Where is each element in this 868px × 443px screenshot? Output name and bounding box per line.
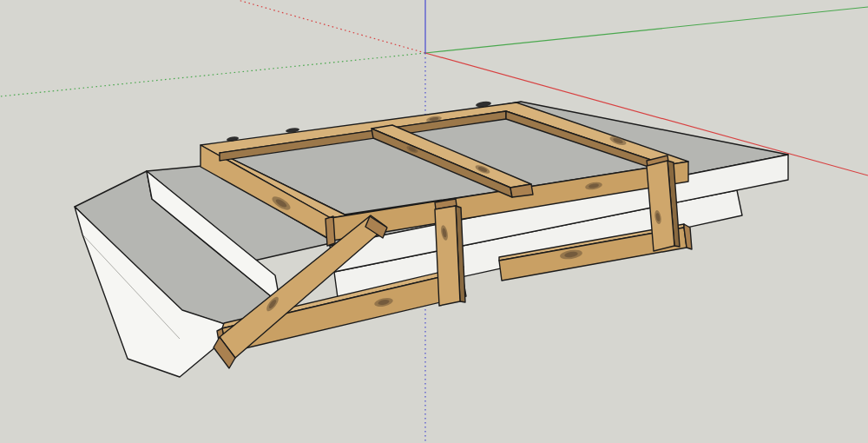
axis-green-dotted [0,53,425,96]
middle-cleat-front [435,206,460,306]
model-crate-of-sheets [75,102,788,377]
modeling-viewport[interactable] [0,0,868,443]
axis-green-solid [425,7,868,53]
axis-red-dotted [238,0,425,53]
viewport-canvas[interactable] [0,0,868,443]
frame-left-rail-endgrain [326,216,335,246]
